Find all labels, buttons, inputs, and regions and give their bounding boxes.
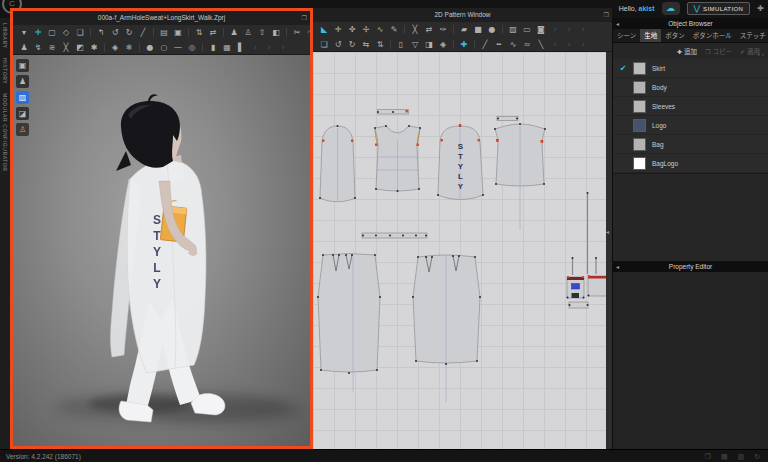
avatar-move-icon[interactable]: ↯	[31, 41, 45, 55]
overflow-arrow[interactable]: ›	[548, 23, 562, 37]
grading-icon[interactable]: ◈	[436, 38, 450, 52]
pattern-band-back[interactable]	[497, 117, 518, 121]
edit-curve-icon[interactable]: ∿	[373, 23, 387, 37]
multi-free-sewing-icon[interactable]: ≈	[520, 38, 534, 52]
simulation-button[interactable]: ⋁ SIMULATION	[687, 2, 751, 15]
flip-horizontal-icon[interactable]: ⇆	[359, 38, 373, 52]
show-mesh-icon[interactable]: ▤	[157, 26, 171, 40]
rotate-ccw-icon[interactable]: ↺	[108, 26, 122, 40]
rectangle-pattern-icon[interactable]: ■	[471, 23, 485, 37]
render-style-toggle[interactable]: ▨	[16, 91, 29, 104]
window-2d-titlebar[interactable]: 2D Pattern Window ❐	[313, 8, 612, 22]
pin-icon[interactable]: ⇧	[255, 26, 269, 40]
hollow-dot-icon[interactable]: ○	[157, 41, 171, 55]
overflow-arrow[interactable]: ›	[576, 38, 590, 52]
toolbar-divider[interactable]	[153, 28, 154, 37]
cloud-sync-button[interactable]: ☁	[662, 2, 680, 15]
overflow-arrow[interactable]: ›	[562, 38, 576, 52]
collapse-handle-icon[interactable]: ◂	[606, 228, 609, 235]
add-point-icon[interactable]: ✢	[359, 23, 373, 37]
shrink-icon[interactable]: ▽	[408, 38, 422, 52]
sync-2d3d-icon[interactable]: ⇄	[206, 26, 220, 40]
trace-icon[interactable]: ╳	[408, 23, 422, 37]
overflow-arrow[interactable]: ›	[562, 23, 576, 37]
fabric-row-baglogo[interactable]: BagLogo	[613, 154, 768, 173]
avatar-fit-icon[interactable]: ♙	[241, 26, 255, 40]
fabric-fold-icon[interactable]: ◩	[73, 41, 87, 55]
unfold-icon[interactable]: ▯	[394, 38, 408, 52]
pattern-waist-strip[interactable]	[362, 233, 427, 238]
toolbar-divider[interactable]	[286, 28, 287, 37]
seam-allowance-icon[interactable]: ✑	[436, 23, 450, 37]
flip-vertical-icon[interactable]: ⇅	[373, 38, 387, 52]
detach-sewing-icon[interactable]: ╲	[534, 38, 548, 52]
segment-sewing-icon[interactable]: ╱	[478, 38, 492, 52]
pattern-bag-base[interactable]	[569, 302, 588, 308]
free-sewing-icon[interactable]: ╍	[492, 38, 506, 52]
dart-icon[interactable]: ▨	[506, 23, 520, 37]
fabric-row-bag[interactable]: Bag	[613, 135, 768, 154]
fabric-row-body[interactable]: Body	[613, 78, 768, 97]
window-3d-titlebar[interactable]: 000a-f_ArmHoleSweat+LongSkirt_Walk.Zprj …	[13, 11, 310, 25]
overflow-arrow[interactable]: ›	[276, 41, 290, 55]
panel-view-icon[interactable]: ▥	[738, 453, 745, 461]
solid-dot-icon[interactable]: ●	[143, 41, 157, 55]
target-icon[interactable]: ◎	[185, 41, 199, 55]
refresh-icon[interactable]: ↻	[754, 453, 760, 461]
gizmo-dropdown-icon[interactable]: ▾	[17, 26, 31, 40]
overflow-arrow[interactable]: ›	[576, 23, 590, 37]
rotate-left-icon[interactable]: ↺	[331, 38, 345, 52]
duplicate-icon[interactable]: ❏	[73, 26, 87, 40]
edit-pattern-icon[interactable]: ✛	[331, 23, 345, 37]
spool-icon[interactable]: ▮	[206, 41, 220, 55]
history-tab[interactable]: HISTORY	[2, 58, 8, 84]
rect-select-icon[interactable]: ▢	[45, 26, 59, 40]
avatar-walk-icon[interactable]: ♟	[17, 41, 31, 55]
tab-fabric[interactable]: 生地	[640, 29, 661, 42]
show-fabric-toggle[interactable]: ◪	[16, 107, 29, 120]
toolbar-divider[interactable]	[188, 28, 189, 37]
tab-button[interactable]: ボタン	[661, 29, 689, 42]
base-ellipse-icon[interactable]: ◙	[534, 23, 548, 37]
toolbar-divider[interactable]	[390, 40, 391, 49]
toolbar-divider[interactable]	[104, 43, 105, 52]
edit-point-icon[interactable]: ✜	[345, 23, 359, 37]
avatar-display-toggle[interactable]: ♙	[16, 123, 29, 136]
toolbar-divider[interactable]	[202, 43, 203, 52]
reset-arrangement-icon[interactable]: ↰	[94, 26, 108, 40]
viewport-3d[interactable]: STYLY ▣♟▨◪♙	[13, 55, 310, 446]
overflow-arrow[interactable]: ›	[248, 41, 262, 55]
object-browser-header[interactable]: ◂ Object Browser	[613, 18, 768, 29]
measure-line-icon[interactable]: —	[171, 41, 185, 55]
add-fabric-button[interactable]: ✚ 追加	[677, 46, 697, 56]
avatar-show-icon[interactable]: ♟	[227, 26, 241, 40]
base-rectangle-icon[interactable]: ▭	[520, 23, 534, 37]
toolbar-divider[interactable]	[90, 28, 91, 37]
copy-fabric-button[interactable]: ❐ コピー	[705, 46, 732, 56]
stiffen-icon[interactable]: ✱	[87, 41, 101, 55]
overflow-arrow[interactable]: ›	[548, 38, 562, 52]
tab-scroll-left-icon[interactable]: ‹	[758, 51, 760, 57]
library-tab[interactable]: LIBRARY	[2, 23, 8, 49]
rotate-cw-icon[interactable]: ↻	[122, 26, 136, 40]
fabric-check[interactable]: ✔	[613, 64, 633, 73]
username-link[interactable]: akist	[639, 5, 655, 12]
toolbar-divider[interactable]	[502, 25, 503, 34]
edit-texture-icon[interactable]: ✚	[457, 38, 471, 52]
pattern-canvas[interactable]: STYLY STYLY ◂	[313, 52, 612, 449]
grid-view-icon[interactable]: ▤	[721, 453, 728, 461]
multi-segment-sewing-icon[interactable]: ∿	[506, 38, 520, 52]
toolbar-divider[interactable]	[453, 40, 454, 49]
pen-2d-icon[interactable]: ✎	[387, 23, 401, 37]
tab-scene[interactable]: シーン	[613, 29, 640, 42]
polygon-pattern-icon[interactable]: ▰	[457, 23, 471, 37]
texture-roll-icon[interactable]: ▦	[220, 41, 234, 55]
show-garment-toggle[interactable]: ▣	[16, 59, 29, 72]
polygon-select-icon[interactable]: ◇	[59, 26, 73, 40]
ellipse-pattern-icon[interactable]: ●	[485, 23, 499, 37]
toolbar-divider[interactable]	[223, 28, 224, 37]
tape-icon[interactable]: ◠	[304, 26, 310, 40]
fabric-roll-icon[interactable]: ▌	[234, 41, 248, 55]
tab-stitch[interactable]: ステッチ	[736, 29, 768, 42]
layout-windows-icon[interactable]: ❐	[705, 453, 711, 461]
